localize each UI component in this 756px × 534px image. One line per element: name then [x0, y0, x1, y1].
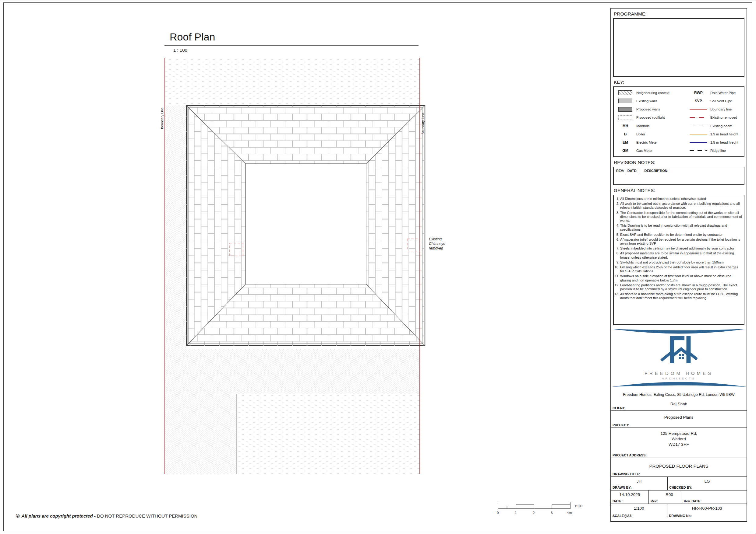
chimney-annotation-line1: Existing — [429, 237, 442, 241]
key-label-text: Proposed walls — [636, 107, 660, 111]
key-label-text: Boundary line — [710, 107, 732, 111]
general-note: 9.Skylights must not protrude past the r… — [614, 261, 743, 265]
swoosh-top — [612, 328, 746, 335]
proposed-rooflight-swatch — [618, 115, 632, 120]
brand-name: FREEDOM HOMES — [611, 370, 746, 376]
revision-rev-header: REV: — [615, 168, 626, 174]
key-label-text: Manhole — [636, 124, 650, 128]
key-header: KEY: — [611, 77, 746, 87]
boundary-line-swatch — [689, 109, 707, 110]
rev-label: Rev: — [651, 499, 658, 503]
proposed-walls-swatch — [618, 107, 632, 112]
checked-by-label: CHECKED BY: — [669, 486, 692, 489]
rev-date-cell: Rev. DATE: — [682, 491, 746, 504]
client-label: CLIENT: — [612, 406, 625, 410]
drawn-by-cell: JH DRAWN BY: — [611, 477, 667, 491]
copyright-notice: ©All plans are copyright protected - DO … — [16, 513, 197, 519]
general-note: 13.All doors to a habitable room along a… — [614, 292, 743, 300]
key-item-proposed-rooflight: Proposed rooflight — [614, 114, 687, 122]
general-note: 7.Steels imbedded into ceiling may be ch… — [614, 246, 743, 250]
existing-beam-swatch — [689, 126, 707, 126]
key-item-gas-meter: GM Gas Meter — [614, 147, 687, 155]
key-label-text: Ridge line — [710, 149, 726, 152]
scale-bar-tick-0: 0 — [497, 511, 499, 515]
date-label: DATE: — [612, 499, 623, 503]
firm-address: Freedom Homes. Ealing Cross, 85 Uxbridge… — [611, 390, 746, 400]
svp-symbol: SVP — [687, 99, 710, 103]
key-item-neighbouring-context: Neighbouring context — [614, 89, 687, 97]
brand-subtitle: ARCHITECTS — [611, 377, 746, 380]
drawing-title-cell: PROPOSED FLOOR PLANS DRAWING TITLE: — [611, 458, 746, 477]
project-address-line2: Watford — [611, 436, 746, 442]
project-address-line1: 125 Hempstead Rd, — [611, 431, 746, 436]
general-note: 10.Glazing which exceeds 25% of the adde… — [614, 265, 743, 273]
scale-bar-ratio: 1:100 — [575, 504, 582, 508]
drawing-view-title: Roof Plan — [170, 31, 215, 42]
project-label: PROJECT: — [612, 423, 629, 427]
revision-notes-header: REVISION NOTES: — [611, 157, 746, 167]
scale-bar-tick-2: 2 — [533, 511, 534, 515]
chimney-annotation-line3: removed — [429, 246, 443, 250]
rev-date-label: Rev. DATE: — [684, 499, 701, 503]
roof-flat-crown — [246, 164, 366, 284]
general-notes-header: GENERAL NOTES: — [611, 185, 746, 195]
project-address-line3: WD17 3HF — [611, 442, 746, 447]
copyright-bold-text: All plans are copyright protected - — [22, 513, 95, 519]
drawing-no-value: HR-R00-PR-103 — [667, 504, 746, 511]
key-item-existing-beam: Existing beam — [687, 122, 743, 130]
revision-date-header: DATE: — [626, 168, 640, 174]
scale-label: SCALE@A3: — [612, 514, 633, 518]
existing-removed-swatch — [689, 117, 707, 118]
key-item-rwp: RWP Rain Water Pipe — [687, 89, 743, 97]
key-label-text: 1.5 m head hieght — [710, 140, 738, 144]
key-item-proposed-walls: Proposed walls — [614, 105, 687, 114]
general-note: 4.This Drawing is to be read in conjunct… — [614, 224, 743, 232]
key-label-text: Neighbouring context — [636, 91, 669, 95]
key-label-text: Proposed rooflight — [636, 115, 664, 119]
checked-by-cell: LG CHECKED BY: — [667, 477, 746, 491]
date-cell: 14.10.2025 DATE: — [611, 491, 648, 504]
key-item-boiler: B Boiler — [614, 130, 687, 138]
scale-value: 1:100 — [611, 504, 667, 511]
copyright-icon: © — [16, 513, 20, 519]
rev-value: R00 — [649, 491, 682, 497]
drawing-no-cell: HR-R00-PR-103 DRAWING No: — [667, 504, 746, 518]
boundary-line-left-label: Boundary Line — [160, 107, 164, 129]
gas-meter-symbol: GM — [614, 148, 636, 153]
electric-meter-symbol: EM — [614, 140, 636, 144]
title-block: PROGRAMME: KEY: Neighbouring context Exi… — [610, 8, 747, 522]
key-legend: Neighbouring context Existing walls Prop… — [613, 87, 744, 157]
brand-section: FREEDOM HOMES ARCHITECTS — [611, 325, 746, 390]
roof-plan-drawing: Roof Plan 1 : 100 Boundar — [0, 0, 609, 534]
chimney-annotation-line2: Chimneys — [429, 242, 445, 246]
copyright-regular-text: DO NOT REPRODUCE WITHOUT PERMISSION — [97, 513, 197, 519]
general-note: 2.All work to be carried out in accordan… — [614, 202, 743, 210]
key-item-19-head-height: 1.9 m head height — [687, 130, 743, 138]
drawing-title-label: DRAWING TITLE: — [612, 472, 640, 476]
general-note: 5.Exact SVP and Boiler position to be de… — [614, 233, 743, 237]
key-label-text: Existing walls — [636, 99, 657, 103]
neighbouring-context-hatch — [165, 58, 420, 106]
rwp-symbol: RWP — [687, 91, 710, 95]
head-height-19-swatch — [689, 134, 707, 135]
key-label-text: Electric Meter — [636, 140, 658, 144]
swoosh-bottom — [612, 380, 746, 388]
key-item-ridge-line: Ridge line — [687, 147, 743, 155]
project-address-label: PROJECT ADDRESS: — [612, 453, 647, 457]
neighbouring-context-swatch — [618, 90, 632, 95]
checked-by-value: LG — [668, 477, 746, 484]
client-value: Raj Shah — [611, 400, 746, 407]
rev-date-value — [682, 491, 746, 492]
general-note: 6.A 'macerator toilet' would be required… — [614, 238, 743, 245]
scale-cell: 1:100 SCALE@A3: — [611, 504, 667, 518]
general-note: 3.The Contractor is responsible for the … — [614, 211, 743, 223]
scale-bar-tick-4m: 4m — [567, 511, 572, 515]
head-height-15-swatch — [689, 142, 707, 143]
drawing-view-scale: 1 : 100 — [173, 47, 187, 53]
drawing-no-label: DRAWING No: — [669, 514, 692, 518]
general-note: 11.Windows on a side elevation at first … — [614, 274, 743, 282]
key-item-boundary-line: Boundary line — [687, 105, 743, 114]
project-value: Proposed Plans — [611, 411, 746, 420]
programme-box — [613, 18, 744, 77]
freedom-homes-logo-icon — [655, 335, 703, 369]
